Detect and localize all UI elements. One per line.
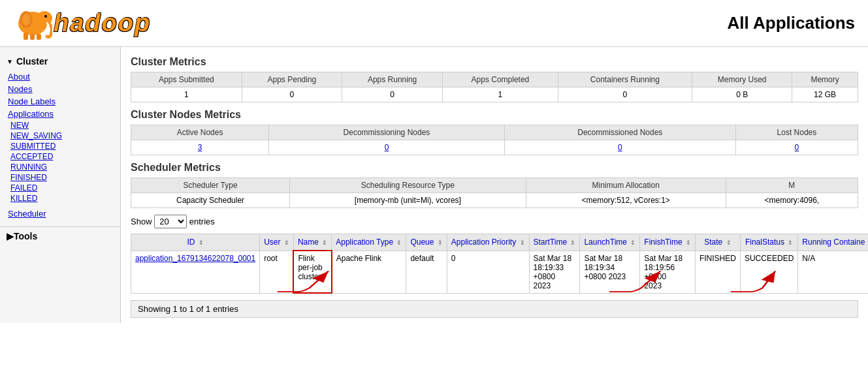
- sidebar-item-about[interactable]: About: [8, 70, 120, 83]
- col-apps-pending: Apps Pending: [242, 72, 342, 87]
- sidebar-item-killed[interactable]: KILLED: [10, 193, 120, 204]
- sidebar-item-new-saving[interactable]: NEW_SAVING: [10, 130, 120, 141]
- svg-rect-6: [37, 34, 41, 40]
- svg-point-7: [22, 14, 30, 25]
- sort-icon-name: ⇕: [322, 239, 327, 246]
- col-scheduler-type: Scheduler Type: [131, 178, 290, 193]
- svg-point-3: [44, 15, 47, 18]
- sort-icon-finish-time: ⇕: [686, 239, 691, 246]
- elephant-icon: [13, 5, 52, 41]
- cell-id[interactable]: application_1679134622078_0001: [131, 251, 260, 293]
- sidebar-item-applications[interactable]: Applications: [8, 108, 120, 120]
- cluster-menu-header[interactable]: ▼ Cluster: [0, 52, 120, 70]
- applications-table: ID ⇕ User ⇕ Name ⇕ Application Type: [131, 234, 868, 294]
- sidebar-item-accepted[interactable]: ACCEPTED: [10, 151, 120, 162]
- content-area: Cluster Metrics Apps Submitted Apps Pend…: [121, 47, 868, 323]
- hadoop-logo-text: hadoop: [54, 9, 151, 37]
- th-id[interactable]: ID ⇕: [131, 234, 260, 251]
- cluster-nodes-table: Active Nodes Decommissioning Nodes Decom…: [131, 125, 858, 155]
- sort-icon-app-type: ⇕: [396, 239, 402, 246]
- col-decommissioning-nodes: Decommissioning Nodes: [269, 125, 505, 140]
- sidebar-item-node-labels[interactable]: Node Labels: [8, 95, 120, 108]
- tools-label: Tools: [14, 231, 37, 241]
- val-lost-nodes[interactable]: 0: [735, 140, 858, 155]
- cell-name: Flink per-job cluster: [293, 251, 331, 293]
- scheduler-metrics-table: Scheduler Type Scheduling Resource Type …: [131, 177, 858, 208]
- svg-rect-5: [30, 34, 35, 40]
- col-apps-running: Apps Running: [342, 72, 442, 87]
- th-final-status[interactable]: FinalStatus ⇕: [740, 234, 797, 251]
- show-entries: Show 10 20 25 50 100 entries: [131, 215, 858, 228]
- sidebar-item-finished[interactable]: FINISHED: [10, 172, 120, 183]
- col-apps-completed: Apps Completed: [443, 72, 558, 87]
- cluster-label: Cluster: [16, 56, 48, 67]
- logo: hadoop: [13, 5, 151, 41]
- th-finish-time[interactable]: FinishTime ⇕: [640, 234, 696, 251]
- page-title: All Applications: [728, 13, 856, 33]
- cell-start-time: Sat Mar 1818:19:33+08002023: [529, 251, 580, 293]
- sort-icon-priority: ⇕: [520, 239, 525, 246]
- val-decommissioning-nodes[interactable]: 0: [269, 140, 505, 155]
- cluster-metrics-table: Apps Submitted Apps Pending Apps Running…: [131, 72, 858, 102]
- th-priority[interactable]: Application Priority ⇕: [447, 234, 529, 251]
- sidebar-sub-nav: NEW NEW_SAVING SUBMITTED ACCEPTED RUNNIN…: [0, 120, 120, 204]
- cluster-nodes-title: Cluster Nodes Metrics: [131, 109, 858, 121]
- cluster-metrics-title: Cluster Metrics: [131, 56, 858, 68]
- tools-menu-header[interactable]: ▶ Tools: [0, 226, 120, 245]
- th-user[interactable]: User ⇕: [260, 234, 294, 251]
- val-active-nodes[interactable]: 3: [131, 140, 269, 155]
- sort-icon-final-status: ⇕: [788, 239, 793, 246]
- col-containers-running: Containers Running: [558, 72, 692, 87]
- col-active-nodes: Active Nodes: [131, 125, 269, 140]
- tools-arrow-icon: ▶: [7, 231, 14, 241]
- val-containers-running: 0: [558, 87, 692, 102]
- cell-priority: 0: [447, 251, 529, 293]
- cell-queue: default: [406, 251, 447, 293]
- sidebar-item-failed[interactable]: FAILED: [10, 183, 120, 193]
- header: hadoop All Applications: [0, 0, 868, 47]
- th-start-time[interactable]: StartTime ⇕: [529, 234, 580, 251]
- sidebar-item-scheduler[interactable]: Scheduler: [8, 207, 120, 220]
- th-running-containers: Running Containe: [798, 234, 868, 251]
- val-memory: 12 GB: [792, 87, 858, 102]
- sidebar-item-nodes[interactable]: Nodes: [8, 83, 120, 95]
- th-name[interactable]: Name ⇕: [293, 234, 331, 251]
- entries-select[interactable]: 10 20 25 50 100: [154, 215, 187, 228]
- cell-user: root: [260, 251, 294, 293]
- col-memory-used: Memory Used: [692, 72, 792, 87]
- val-apps-completed: 1: [443, 87, 558, 102]
- col-memory: Memory: [792, 72, 858, 87]
- cell-app-type: Apache Flink: [332, 251, 406, 293]
- th-state[interactable]: State ⇕: [695, 234, 740, 251]
- sort-icon-id: ⇕: [199, 239, 204, 246]
- svg-rect-4: [24, 33, 28, 40]
- cell-launch-time: Sat Mar 1818:19:34+0800 2023: [580, 251, 640, 293]
- val-minimum-allocation: <memory:512, vCores:1>: [526, 193, 726, 208]
- entries-label: entries: [189, 217, 215, 226]
- col-lost-nodes: Lost Nodes: [735, 125, 858, 140]
- th-application-type[interactable]: Application Type ⇕: [332, 234, 406, 251]
- sidebar-item-running[interactable]: RUNNING: [10, 162, 120, 172]
- col-apps-submitted: Apps Submitted: [131, 72, 242, 87]
- val-scheduling-resource-type: [memory-mb (unit=Mi), vcores]: [290, 193, 526, 208]
- th-queue[interactable]: Queue ⇕: [406, 234, 447, 251]
- val-decommissioned-nodes[interactable]: 0: [504, 140, 735, 155]
- show-label: Show: [131, 217, 152, 226]
- col-m: M: [726, 178, 858, 193]
- showing-entries: Showing 1 to 1 of 1 entries: [131, 300, 858, 318]
- sort-icon-state: ⇕: [726, 239, 731, 246]
- val-apps-submitted: 1: [131, 87, 242, 102]
- applications-table-wrapper: ID ⇕ User ⇕ Name ⇕ Application Type: [131, 234, 858, 294]
- col-decommissioned-nodes: Decommissioned Nodes: [504, 125, 735, 140]
- sidebar-item-submitted[interactable]: SUBMITTED: [10, 141, 120, 151]
- sidebar: ▼ Cluster About Nodes Node Labels Applic…: [0, 47, 121, 323]
- val-apps-pending: 0: [242, 87, 342, 102]
- col-scheduling-resource-type: Scheduling Resource Type: [290, 178, 526, 193]
- col-minimum-allocation: Minimum Allocation: [526, 178, 726, 193]
- val-apps-running: 0: [342, 87, 442, 102]
- sort-icon-launch-time: ⇕: [630, 239, 635, 246]
- sort-icon-start-time: ⇕: [570, 239, 575, 246]
- th-launch-time[interactable]: LaunchTime ⇕: [580, 234, 640, 251]
- cell-finish-time: Sat Mar 1818:19:56+08002023: [640, 251, 696, 293]
- sidebar-item-new[interactable]: NEW: [10, 120, 120, 130]
